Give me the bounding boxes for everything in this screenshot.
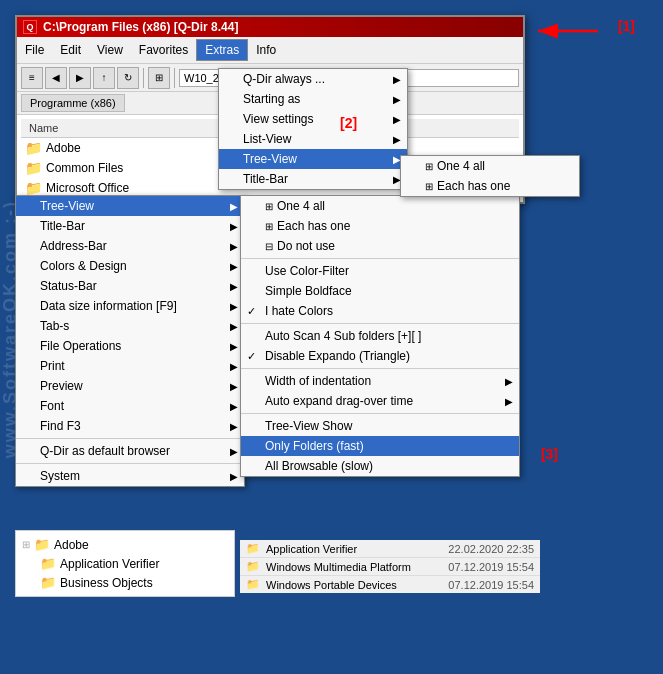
folder-icon-common: 📁 [25,160,42,176]
window-title: C:\Program Files (x86) [Q-Dir 8.44] [43,20,238,34]
folder-name-adobe: Adobe [46,141,81,155]
submenu-arrow: ▶ [505,376,513,387]
file-name-wmp: Windows Multimedia Platform [266,561,411,573]
folder-icon-tree-2: 📁 [40,556,56,571]
tree-label-appverifier: Application Verifier [60,557,159,571]
menu-system-sub[interactable]: System ▶ [16,466,244,486]
submenu-arrow: ▶ [230,201,238,212]
folder-icon-adobe: 📁 [25,140,42,156]
menu-autoExpand[interactable]: Auto expand drag-over time ▶ [241,391,519,411]
menu-statusBar-sub[interactable]: Status-Bar ▶ [16,276,244,296]
menu-fileOps-sub[interactable]: File Operations ▶ [16,336,244,356]
menu-eachHasOne[interactable]: ⊞ Each has one [241,216,519,236]
menu-extras[interactable]: Extras [196,39,248,61]
label-2: [2] [340,115,357,131]
tree-item-bizobj[interactable]: 📁 Business Objects [20,573,230,592]
menu-qdirAlways[interactable]: Q-Dir always ... ▶ [219,69,407,89]
grid-icon-small: ⊞ [425,161,433,172]
submenu-arrow: ▶ [230,361,238,372]
menu-treeView[interactable]: Tree-View ▶ [219,149,407,169]
toolbar-btn-refresh[interactable]: ↻ [117,67,139,89]
menu-eachHasOne-small[interactable]: ⊞ Each has one [401,176,579,196]
folder-name-msoffice: Microsoft Office [46,181,129,195]
col-name: Name [25,121,62,135]
menu-onlyFolders[interactable]: Only Folders (fast) [241,436,519,456]
list-item[interactable]: 📁 Application Verifier 22.02.2020 22:35 [240,540,540,558]
menu-file[interactable]: File [17,40,52,60]
menu-info[interactable]: Info [248,40,284,60]
toolbar-sep-1 [143,68,144,88]
menu-ihateColors[interactable]: ✓ I hate Colors [241,301,519,321]
menu-find-sub[interactable]: Find F3 ▶ [16,416,244,436]
submenu-arrow: ▶ [393,74,401,85]
menu-useColorFilter[interactable]: Use Color-Filter [241,261,519,281]
menu-colorsDesign-sub[interactable]: Colors & Design ▶ [16,256,244,276]
folder-name-common: Common Files [46,161,123,175]
red-arrow-annotation [528,16,608,49]
menu-view[interactable]: View [89,40,131,60]
file-date-wpd: 07.12.2019 15:54 [448,579,534,591]
folder-icon-wpd: 📁 [246,578,260,591]
toolbar-btn-1[interactable]: ≡ [21,67,43,89]
menu-disableExpando[interactable]: ✓ Disable Expando (Triangle) [241,346,519,366]
sep-1 [16,438,244,439]
menu-doNotUse[interactable]: ⊟ Do not use [241,236,519,256]
menu-one4all[interactable]: ⊞ One 4 all [241,196,519,216]
menu-favorites[interactable]: Favorites [131,40,196,60]
menu-startingAs[interactable]: Starting as ▶ [219,89,407,109]
menu-listView[interactable]: List-View ▶ [219,129,407,149]
list-item[interactable]: 📁 Windows Portable Devices 07.12.2019 15… [240,576,540,593]
toolbar-btn-fwd[interactable]: ▶ [69,67,91,89]
menu-addressBar-sub[interactable]: Address-Bar ▶ [16,236,244,256]
folder-icon-appver: 📁 [246,542,260,555]
menu-titleBar[interactable]: Title-Bar ▶ [219,169,407,189]
file-name-appver: Application Verifier [266,543,357,555]
nav-tab-programme[interactable]: Programme (x86) [21,94,125,112]
tree-label-bizobj: Business Objects [60,576,153,590]
menu-viewSettings[interactable]: View settings ▶ [219,109,407,129]
menu-tabs-sub[interactable]: Tab-s ▶ [16,316,244,336]
menu-one4all-small[interactable]: ⊞ One 4 all [401,156,579,176]
toolbar-btn-back[interactable]: ◀ [45,67,67,89]
check-icon-2: ✓ [247,350,256,363]
menu-treeViewShow[interactable]: Tree-View Show [241,416,519,436]
tree-panel: ⊞ 📁 Adobe 📁 Application Verifier 📁 Busin… [15,530,235,597]
menu-titleBar-sub[interactable]: Title-Bar ▶ [16,216,244,236]
sep-tv-3 [241,368,519,369]
menu-widthIndent[interactable]: Width of indentation ▶ [241,371,519,391]
sep-tv-1 [241,258,519,259]
toolbar-btn-up[interactable]: ↑ [93,67,115,89]
menu-autoScan[interactable]: Auto Scan 4 Sub folders [+][ ] [241,326,519,346]
file-list-bottom: 📁 Application Verifier 22.02.2020 22:35 … [240,540,540,593]
menu-allBrowsable[interactable]: All Browsable (slow) [241,456,519,476]
menu-print-sub[interactable]: Print ▶ [16,356,244,376]
label-3: [3] [541,446,558,462]
submenu-arrow: ▶ [230,421,238,432]
menu-bar: File Edit View Favorites Extras Info [17,37,523,64]
submenu-arrow: ▶ [393,94,401,105]
menu-preview-sub[interactable]: Preview ▶ [16,376,244,396]
submenu-arrow: ▶ [393,114,401,125]
menu-font-sub[interactable]: Font ▶ [16,396,244,416]
tree-item-adobe[interactable]: ⊞ 📁 Adobe [20,535,230,554]
menu-edit[interactable]: Edit [52,40,89,60]
grid-icon-2: ⊞ [265,221,273,232]
treeview-main-menu: Tree-View ▶ Title-Bar ▶ Address-Bar ▶ Co… [15,195,245,487]
submenu-arrow: ▶ [393,134,401,145]
file-name-wpd: Windows Portable Devices [266,579,397,591]
submenu-arrow: ▶ [230,281,238,292]
submenu-arrow: ▶ [230,341,238,352]
list-item[interactable]: 📁 Windows Multimedia Platform 07.12.2019… [240,558,540,576]
file-date-appver: 22.02.2020 22:35 [448,543,534,555]
menu-simpleBoldface[interactable]: Simple Boldface [241,281,519,301]
toolbar-sep-2 [174,68,175,88]
menu-treeView-sub[interactable]: Tree-View ▶ [16,196,244,216]
menu-qdirDefault-sub[interactable]: Q-Dir as default browser ▶ [16,441,244,461]
tree-item-appverifier[interactable]: 📁 Application Verifier [20,554,230,573]
folder-icon-wmp: 📁 [246,560,260,573]
toolbar-btn-view[interactable]: ⊞ [148,67,170,89]
submenu-arrow: ▶ [230,221,238,232]
tree-label-adobe: Adobe [54,538,89,552]
title-bar: Q C:\Program Files (x86) [Q-Dir 8.44] [17,17,523,37]
menu-dataSizeInfo-sub[interactable]: Data size information [F9] ▶ [16,296,244,316]
